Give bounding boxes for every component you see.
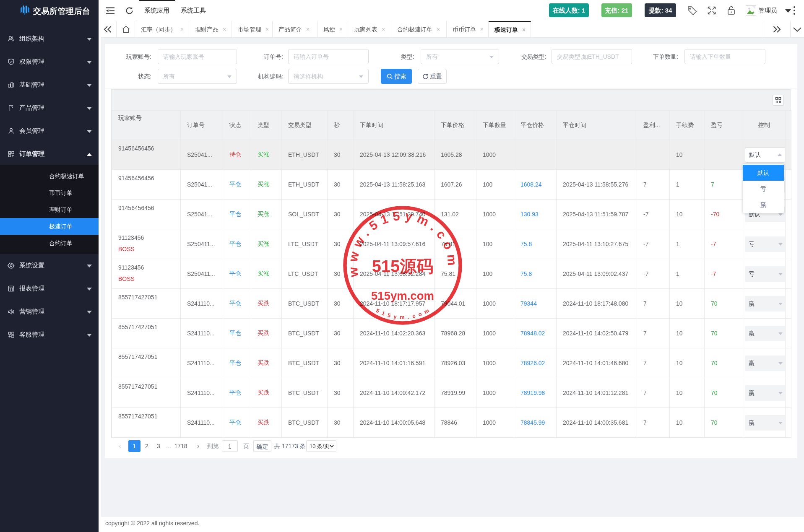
svg-text:515源码: 515源码 xyxy=(372,257,434,275)
svg-text:515ym.com: 515ym.com xyxy=(371,289,434,302)
